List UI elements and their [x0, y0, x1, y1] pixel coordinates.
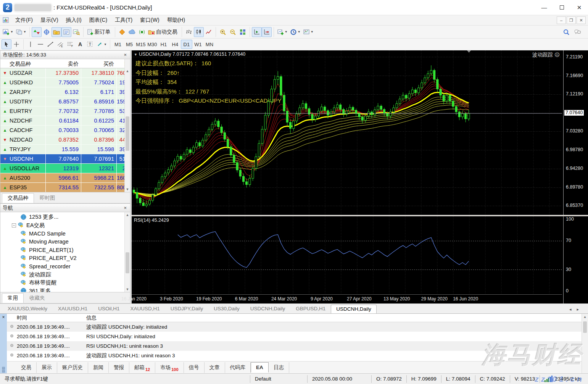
navigator-item[interactable]: Spread_recorder — [0, 262, 130, 271]
new-order-button[interactable]: 新订单 — [85, 27, 113, 37]
templates-button[interactable]: ▼ — [302, 27, 315, 37]
menu-item[interactable]: 帮助(H) — [163, 16, 189, 24]
terminal-tab-市场[interactable]: 市场100 — [155, 362, 184, 373]
autotrading-button[interactable]: 自动交易 — [147, 27, 180, 37]
terminal-tab-日志[interactable]: 日志 — [269, 362, 289, 373]
market-watch-row[interactable]: ▲NZDCHF0.611840.6122541 — [0, 116, 130, 126]
chart-plot[interactable]: 建议止损点数(2.5ATR)： 160 今日波幅： 260↑ 平均波幅： 354… — [132, 50, 562, 215]
rsi-subwindow[interactable]: RSI(14) 45.2429 — [132, 216, 562, 294]
new-chart-button[interactable]: ▼ — [2, 27, 14, 37]
child-restore-button[interactable]: ❐ — [567, 16, 576, 24]
menu-item[interactable]: 插入(I) — [62, 16, 85, 24]
dropdown-arrow-icon[interactable]: ▼ — [298, 30, 301, 34]
navigator-item[interactable]: PRICE_ALERT_V2 — [0, 254, 130, 263]
text-tool-button[interactable]: A — [75, 39, 85, 49]
navigator-close-icon[interactable]: × — [122, 205, 128, 211]
market-watch-row[interactable]: ▼USDZAR17.3735017.38110760 — [0, 68, 130, 78]
market-watch-tab[interactable]: 即时图 — [34, 193, 61, 203]
timeframe-m5[interactable]: M5 — [124, 40, 135, 49]
cursor-tool-button[interactable] — [2, 39, 11, 49]
terminal-tab-信号[interactable]: 信号 — [184, 362, 205, 373]
scroll-thumb[interactable] — [583, 321, 587, 333]
navigator-item[interactable]: PRICE_ALERT(1) — [0, 246, 130, 254]
timeframe-m1[interactable]: M1 — [112, 40, 124, 49]
menu-item[interactable]: 窗口(W) — [136, 16, 163, 24]
market-watch-row[interactable]: ▲CADCHF0.700330.7006532 — [0, 126, 130, 135]
child-minimize-button[interactable]: – — [557, 16, 566, 24]
timeframe-d1[interactable]: D1 — [181, 40, 192, 49]
chart-tab[interactable]: USDCNH,Daily — [331, 305, 377, 314]
chart-tab[interactable]: XAUUSD,H1 — [125, 304, 165, 313]
menu-item[interactable]: 工具(T) — [111, 16, 136, 24]
periods-button[interactable]: ▼ — [289, 27, 302, 37]
label-tool-button[interactable]: T — [85, 39, 95, 49]
navigator-item[interactable]: 361 更多... — [0, 287, 130, 292]
minimize-button[interactable]: — — [535, 0, 553, 15]
market-watch-row[interactable]: ▲TRYJPY15.55915.59839 — [0, 145, 130, 154]
menu-item[interactable]: 图表(C) — [85, 16, 111, 24]
panel-splitter[interactable] — [132, 215, 588, 216]
indicator-badge[interactable]: 波动跟踪 ☹ — [532, 52, 560, 58]
child-close-button[interactable]: ✕ — [577, 16, 586, 24]
zoom-in-button[interactable] — [218, 27, 228, 37]
market-watch-button[interactable] — [32, 27, 42, 37]
scroll-up-icon[interactable]: ▲ — [125, 213, 130, 217]
navigator-item[interactable]: Moving Average — [0, 238, 130, 246]
timeframe-h4[interactable]: H4 — [169, 40, 181, 49]
scroll-down-icon[interactable]: ▼ — [125, 187, 130, 191]
navigator-item[interactable]: −EA交易 — [0, 221, 130, 230]
log-row[interactable]: 2020.06.18 19:36:49....波动跟踪 USDCNH,Daily… — [7, 322, 582, 332]
timeframe-w1[interactable]: W1 — [192, 40, 204, 49]
trendline-tool-button[interactable] — [45, 39, 55, 49]
scroll-down-icon[interactable]: ▼ — [125, 287, 130, 291]
dropdown-arrow-icon[interactable]: ▼ — [104, 43, 107, 46]
dropdown-arrow-icon[interactable]: ▼ — [285, 30, 288, 34]
crosshair-tool-button[interactable] — [11, 39, 21, 49]
terminal-tab-展示[interactable]: 展示 — [37, 362, 57, 373]
market-watch-close-icon[interactable]: × — [122, 52, 128, 58]
chart-cloud-button[interactable] — [127, 27, 137, 37]
market-watch-row[interactable]: ▲ESP357314.557322.55800 — [0, 183, 130, 192]
chart-tab[interactable]: XAUUSD,H1 — [53, 304, 93, 313]
terminal-tab-文章[interactable]: 文章 — [205, 362, 225, 373]
log-row[interactable]: 2020.06.18 19:36:49....波动跟踪 USDCNH,H1: u… — [7, 351, 582, 360]
timeframe-h1[interactable]: H1 — [158, 40, 169, 49]
navigator-item[interactable]: 1253 更多... — [0, 213, 130, 221]
tree-collapse-icon[interactable]: − — [12, 223, 16, 227]
search-button[interactable] — [561, 27, 571, 37]
tab-scroll-arrows[interactable]: ◂▸ — [569, 307, 588, 313]
market-watch-row[interactable]: ▼NZDCAD0.873520.8739644 — [0, 135, 130, 145]
dropdown-arrow-icon[interactable]: ▼ — [10, 30, 13, 34]
candle-chart-button[interactable] — [194, 27, 204, 37]
close-button[interactable]: ✕ — [570, 0, 588, 15]
vline-tool-button[interactable] — [26, 39, 35, 49]
log-row[interactable]: 2020.06.18 19:36:49....RSI USDCNH,H1: un… — [7, 341, 582, 351]
terminal-tab-账户历史[interactable]: 账户历史 — [57, 362, 88, 373]
shapes-tool-button[interactable]: ▼ — [95, 39, 108, 49]
market-watch-row[interactable]: ▲USDTRY6.857576.85916159 — [0, 97, 130, 106]
scroll-up-icon[interactable]: ▲ — [125, 69, 130, 73]
timeframe-m15[interactable]: M15 — [135, 40, 147, 49]
scroll-thumb[interactable] — [126, 252, 129, 273]
chart-tab[interactable]: US30,Daily — [208, 304, 245, 313]
zoom-out-button[interactable] — [228, 27, 238, 37]
market-watch-tab[interactable]: 交易品种 — [2, 193, 34, 203]
terminal-tab-代码库[interactable]: 代码库 — [225, 362, 251, 373]
maximize-button[interactable] — [553, 0, 570, 15]
navigator-tab[interactable]: 常用 — [2, 293, 24, 303]
chart-shift-marker-icon[interactable] — [467, 50, 471, 53]
market-watch-row[interactable]: ▲USDOLLAR12319123212 — [0, 164, 130, 173]
navigator-item[interactable]: 布林带提醒 — [0, 279, 130, 287]
menu-item[interactable]: 显示(V) — [37, 16, 62, 24]
chart-tab[interactable]: GBPUSD,H1 — [290, 304, 331, 313]
market-watch-row[interactable]: ▼USDCNH7.076407.0769151 — [0, 154, 130, 164]
bar-chart-button[interactable] — [184, 27, 194, 37]
profiles-button[interactable]: ▼ — [14, 27, 27, 37]
market-watch-row[interactable]: ▲AUS2005966.615968.21160 — [0, 173, 130, 183]
chart-tab[interactable]: USDJPY,Daily — [165, 304, 208, 313]
auto-scroll-button[interactable] — [252, 27, 262, 37]
chart-tab[interactable]: XAUUSD,Weekly — [2, 304, 53, 313]
terminal-tab-交易[interactable]: 交易 — [16, 362, 37, 373]
price-scale[interactable]: 7.211907.166907.121907.032806.987806.942… — [563, 50, 588, 303]
terminal-close-icon[interactable]: × — [2, 315, 5, 320]
